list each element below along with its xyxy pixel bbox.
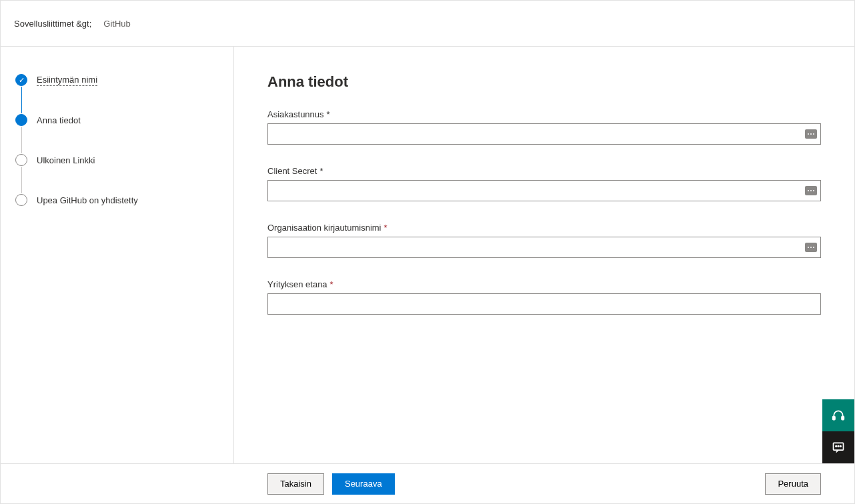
breadcrumb-current: GitHub: [103, 19, 130, 29]
main-form-panel: Anna tiedot Asiakastunnus * Client Secre…: [234, 47, 854, 463]
field-client-secret: Client Secret *: [267, 166, 821, 201]
client-secret-input[interactable]: [267, 180, 821, 201]
chat-icon: [832, 441, 845, 454]
wizard-steps-sidebar: ✓ Esiintymän nimi Anna tiedot Ulkoinen L…: [1, 47, 234, 463]
more-icon[interactable]: [805, 129, 817, 139]
field-label-text: Asiakastunnus: [267, 109, 324, 119]
breadcrumb-header: Sovellusliittimet &gt; GitHub: [1, 1, 854, 47]
next-button[interactable]: Seuraava: [332, 473, 395, 495]
cancel-button[interactable]: Peruuta: [765, 473, 821, 495]
client-id-input[interactable]: [267, 123, 821, 145]
field-client-id: Asiakastunnus *: [267, 109, 821, 145]
step-external-link[interactable]: Ulkoinen Linkki: [15, 153, 220, 167]
step-instance-name[interactable]: ✓ Esiintymän nimi: [15, 73, 220, 87]
step-label: Ulkoinen Linkki: [37, 155, 95, 165]
svg-point-5: [840, 446, 842, 447]
field-org-login: Organisaation kirjautumisnimi *: [267, 223, 821, 258]
required-indicator: *: [330, 279, 333, 289]
breadcrumb-parent[interactable]: Sovellusliittimet &gt;: [14, 19, 91, 29]
field-label-text: Yrityksen etana: [267, 279, 327, 289]
page-title: Anna tiedot: [267, 73, 821, 91]
step-enter-details[interactable]: Anna tiedot: [15, 113, 220, 127]
step-label: Upea GitHub on yhdistetty: [37, 195, 138, 205]
step-label: Esiintymän nimi: [37, 75, 97, 86]
feedback-button[interactable]: [822, 431, 854, 463]
pending-step-icon: [15, 154, 27, 166]
step-label: Anna tiedot: [37, 115, 81, 125]
wizard-footer: Takaisin Seuraava Peruuta: [1, 463, 854, 503]
current-step-icon: [15, 114, 27, 126]
required-indicator: *: [327, 109, 330, 119]
field-label-text: Organisaation kirjautumisnimi: [267, 223, 381, 233]
support-button[interactable]: [822, 399, 854, 431]
svg-point-4: [838, 446, 839, 447]
more-icon[interactable]: [805, 243, 817, 252]
field-enterprise-slug: Yrityksen etana *: [267, 279, 821, 315]
floating-action-buttons: [822, 399, 854, 463]
step-github-connected[interactable]: Upea GitHub on yhdistetty: [15, 193, 220, 207]
enterprise-slug-input[interactable]: [267, 293, 821, 315]
more-icon[interactable]: [805, 186, 817, 195]
required-indicator: *: [319, 166, 323, 176]
pending-step-icon: [15, 194, 27, 206]
required-indicator: *: [384, 223, 387, 233]
back-button[interactable]: Takaisin: [267, 473, 324, 495]
org-login-input[interactable]: [267, 237, 821, 258]
checkmark-icon: ✓: [15, 74, 27, 86]
svg-rect-0: [833, 417, 835, 420]
svg-rect-1: [842, 417, 844, 420]
field-label-text: Client Secret: [267, 166, 317, 176]
svg-point-3: [836, 446, 837, 447]
headset-icon: [832, 409, 845, 422]
